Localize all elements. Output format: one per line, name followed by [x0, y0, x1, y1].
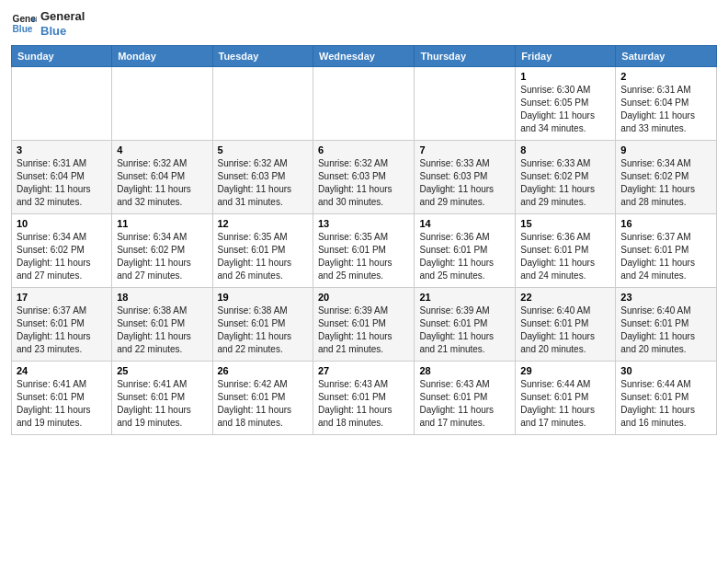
day-info: Sunrise: 6:34 AM Sunset: 6:02 PM Dayligh…	[17, 231, 107, 282]
day-number: 11	[117, 218, 207, 229]
day-number: 19	[218, 292, 308, 303]
day-info: Sunrise: 6:44 AM Sunset: 6:01 PM Dayligh…	[520, 378, 610, 430]
day-info: Sunrise: 6:33 AM Sunset: 6:02 PM Dayligh…	[520, 157, 610, 209]
calendar-cell: 28Sunrise: 6:43 AM Sunset: 6:01 PM Dayli…	[415, 362, 516, 435]
calendar-header: SundayMondayTuesdayWednesdayThursdayFrid…	[12, 46, 717, 67]
day-info: Sunrise: 6:40 AM Sunset: 6:01 PM Dayligh…	[620, 304, 711, 356]
day-number: 17	[17, 292, 107, 303]
calendar-week-row: 24Sunrise: 6:41 AM Sunset: 6:01 PM Dayli…	[12, 362, 717, 435]
calendar-week-row: 1Sunrise: 6:30 AM Sunset: 6:05 PM Daylig…	[12, 67, 717, 141]
day-info: Sunrise: 6:36 AM Sunset: 6:01 PM Dayligh…	[419, 231, 510, 282]
weekday-header: Tuesday	[212, 46, 313, 67]
calendar-cell: 21Sunrise: 6:39 AM Sunset: 6:01 PM Dayli…	[415, 288, 516, 362]
day-number: 6	[318, 144, 410, 155]
day-info: Sunrise: 6:38 AM Sunset: 6:01 PM Dayligh…	[218, 304, 308, 356]
day-number: 25	[117, 365, 207, 376]
day-info: Sunrise: 6:30 AM Sunset: 6:05 PM Dayligh…	[520, 84, 610, 135]
weekday-header: Friday	[516, 46, 616, 67]
day-info: Sunrise: 6:36 AM Sunset: 6:01 PM Dayligh…	[520, 231, 610, 282]
calendar-cell	[212, 67, 313, 141]
logo-blue: Blue	[40, 24, 85, 39]
calendar-cell: 3Sunrise: 6:31 AM Sunset: 6:04 PM Daylig…	[12, 141, 112, 214]
logo-icon: General Blue	[11, 11, 37, 37]
day-info: Sunrise: 6:41 AM Sunset: 6:01 PM Dayligh…	[17, 378, 107, 430]
weekday-header: Saturday	[616, 46, 717, 67]
calendar-cell: 11Sunrise: 6:34 AM Sunset: 6:02 PM Dayli…	[112, 214, 212, 288]
day-number: 2	[620, 71, 711, 82]
calendar-cell: 2Sunrise: 6:31 AM Sunset: 6:04 PM Daylig…	[616, 67, 717, 141]
day-info: Sunrise: 6:40 AM Sunset: 6:01 PM Dayligh…	[520, 304, 610, 356]
calendar-cell: 26Sunrise: 6:42 AM Sunset: 6:01 PM Dayli…	[212, 362, 313, 435]
day-number: 27	[318, 365, 410, 376]
day-number: 10	[17, 218, 107, 229]
calendar-cell	[12, 67, 112, 141]
logo: General Blue General Blue	[11, 9, 85, 38]
calendar-cell: 10Sunrise: 6:34 AM Sunset: 6:02 PM Dayli…	[12, 214, 112, 288]
day-info: Sunrise: 6:34 AM Sunset: 6:02 PM Dayligh…	[117, 231, 207, 282]
day-number: 12	[218, 218, 308, 229]
day-number: 7	[419, 144, 510, 155]
calendar-cell: 30Sunrise: 6:44 AM Sunset: 6:01 PM Dayli…	[616, 362, 717, 435]
day-info: Sunrise: 6:31 AM Sunset: 6:04 PM Dayligh…	[17, 157, 107, 209]
day-number: 22	[520, 292, 610, 303]
calendar-cell	[313, 67, 415, 141]
day-number: 26	[218, 365, 308, 376]
calendar-cell: 24Sunrise: 6:41 AM Sunset: 6:01 PM Dayli…	[12, 362, 112, 435]
day-number: 28	[419, 365, 510, 376]
calendar-cell: 22Sunrise: 6:40 AM Sunset: 6:01 PM Dayli…	[516, 288, 616, 362]
day-info: Sunrise: 6:39 AM Sunset: 6:01 PM Dayligh…	[318, 304, 410, 356]
day-info: Sunrise: 6:32 AM Sunset: 6:04 PM Dayligh…	[117, 157, 207, 209]
day-number: 24	[17, 365, 107, 376]
calendar-cell: 17Sunrise: 6:37 AM Sunset: 6:01 PM Dayli…	[12, 288, 112, 362]
calendar-body: 1Sunrise: 6:30 AM Sunset: 6:05 PM Daylig…	[12, 67, 717, 435]
calendar-cell: 12Sunrise: 6:35 AM Sunset: 6:01 PM Dayli…	[212, 214, 313, 288]
day-info: Sunrise: 6:37 AM Sunset: 6:01 PM Dayligh…	[620, 231, 711, 282]
calendar-cell: 14Sunrise: 6:36 AM Sunset: 6:01 PM Dayli…	[415, 214, 516, 288]
weekday-header: Monday	[112, 46, 212, 67]
day-info: Sunrise: 6:43 AM Sunset: 6:01 PM Dayligh…	[318, 378, 410, 430]
svg-text:Blue: Blue	[13, 24, 33, 34]
header: General Blue General Blue	[11, 9, 717, 38]
calendar-cell: 25Sunrise: 6:41 AM Sunset: 6:01 PM Dayli…	[112, 362, 212, 435]
weekday-header: Wednesday	[313, 46, 415, 67]
day-info: Sunrise: 6:34 AM Sunset: 6:02 PM Dayligh…	[620, 157, 711, 209]
day-number: 21	[419, 292, 510, 303]
day-info: Sunrise: 6:33 AM Sunset: 6:03 PM Dayligh…	[419, 157, 510, 209]
calendar-week-row: 3Sunrise: 6:31 AM Sunset: 6:04 PM Daylig…	[12, 141, 717, 214]
day-number: 5	[218, 144, 308, 155]
calendar-week-row: 17Sunrise: 6:37 AM Sunset: 6:01 PM Dayli…	[12, 288, 717, 362]
calendar-cell: 15Sunrise: 6:36 AM Sunset: 6:01 PM Dayli…	[516, 214, 616, 288]
page: General Blue General Blue SundayMondayTu…	[0, 0, 728, 444]
day-number: 4	[117, 144, 207, 155]
day-info: Sunrise: 6:39 AM Sunset: 6:01 PM Dayligh…	[419, 304, 510, 356]
calendar-cell: 1Sunrise: 6:30 AM Sunset: 6:05 PM Daylig…	[516, 67, 616, 141]
day-info: Sunrise: 6:32 AM Sunset: 6:03 PM Dayligh…	[218, 157, 308, 209]
day-info: Sunrise: 6:35 AM Sunset: 6:01 PM Dayligh…	[318, 231, 410, 282]
calendar-table: SundayMondayTuesdayWednesdayThursdayFrid…	[11, 45, 717, 435]
calendar-cell: 6Sunrise: 6:32 AM Sunset: 6:03 PM Daylig…	[313, 141, 415, 214]
day-number: 23	[620, 292, 711, 303]
calendar-week-row: 10Sunrise: 6:34 AM Sunset: 6:02 PM Dayli…	[12, 214, 717, 288]
calendar-cell: 9Sunrise: 6:34 AM Sunset: 6:02 PM Daylig…	[616, 141, 717, 214]
day-number: 3	[17, 144, 107, 155]
calendar-cell: 23Sunrise: 6:40 AM Sunset: 6:01 PM Dayli…	[616, 288, 717, 362]
weekday-header: Sunday	[12, 46, 112, 67]
calendar-cell: 8Sunrise: 6:33 AM Sunset: 6:02 PM Daylig…	[516, 141, 616, 214]
day-number: 16	[620, 218, 711, 229]
day-info: Sunrise: 6:41 AM Sunset: 6:01 PM Dayligh…	[117, 378, 207, 430]
weekday-row: SundayMondayTuesdayWednesdayThursdayFrid…	[12, 46, 717, 67]
calendar-cell: 29Sunrise: 6:44 AM Sunset: 6:01 PM Dayli…	[516, 362, 616, 435]
calendar-cell	[415, 67, 516, 141]
day-info: Sunrise: 6:44 AM Sunset: 6:01 PM Dayligh…	[620, 378, 711, 430]
calendar-cell: 13Sunrise: 6:35 AM Sunset: 6:01 PM Dayli…	[313, 214, 415, 288]
day-info: Sunrise: 6:32 AM Sunset: 6:03 PM Dayligh…	[318, 157, 410, 209]
day-number: 1	[520, 71, 610, 82]
calendar-cell: 27Sunrise: 6:43 AM Sunset: 6:01 PM Dayli…	[313, 362, 415, 435]
day-number: 9	[620, 144, 711, 155]
day-info: Sunrise: 6:31 AM Sunset: 6:04 PM Dayligh…	[620, 84, 711, 135]
day-number: 20	[318, 292, 410, 303]
calendar-cell: 7Sunrise: 6:33 AM Sunset: 6:03 PM Daylig…	[415, 141, 516, 214]
calendar-cell: 5Sunrise: 6:32 AM Sunset: 6:03 PM Daylig…	[212, 141, 313, 214]
calendar-cell	[112, 67, 212, 141]
logo-general: General	[40, 9, 85, 24]
